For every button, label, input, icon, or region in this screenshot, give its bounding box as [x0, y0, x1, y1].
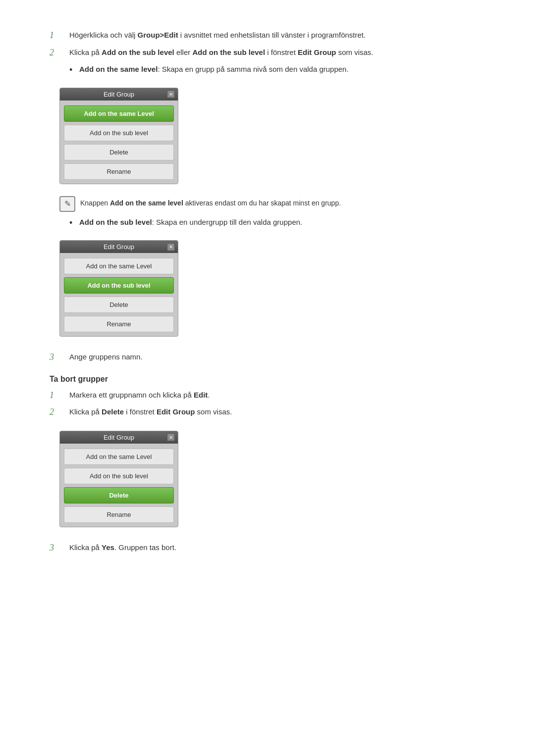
step-number-6: 3 — [50, 542, 69, 553]
dialog-titlebar-2: Edit Group ✕ — [60, 241, 178, 253]
edit-group-dialog-2: Edit Group ✕ Add on the same Level Add o… — [59, 240, 178, 337]
step-item-3: 3 Ange gruppens namn. — [50, 352, 495, 363]
btn-add-same-level-3[interactable]: Add on the same Level — [64, 449, 174, 465]
dialog-close-btn-2[interactable]: ✕ — [167, 243, 175, 251]
step-number-3: 3 — [50, 352, 69, 362]
btn-add-sub-level-1[interactable]: Add on the sub level — [64, 125, 174, 141]
step-text-3: Ange gruppens namn. — [69, 352, 495, 363]
step-text-6: Klicka på Yes. Gruppen tas bort. — [69, 542, 495, 554]
step-item-5: 2 Klicka på Delete i fönstret Edit Group… — [50, 406, 495, 418]
btn-rename-1[interactable]: Rename — [64, 163, 174, 180]
step-text-5: Klicka på Delete i fönstret Edit Group s… — [69, 406, 495, 418]
step-number-1: 1 — [50, 30, 69, 41]
dialog-close-btn-1[interactable]: ✕ — [167, 90, 175, 98]
bullet-text-sub-level: Add on the sub level: Skapa en undergrup… — [79, 217, 302, 228]
steps-group1: 1 Högerklicka och välj Group>Edit i avsn… — [50, 30, 495, 58]
bullet-dot-2: • — [69, 217, 79, 229]
dialog-wrapper-3: Edit Group ✕ Add on the same Level Add o… — [59, 431, 178, 527]
btn-delete-1[interactable]: Delete — [64, 144, 174, 160]
btn-add-same-level-2[interactable]: Add on the same Level — [64, 258, 174, 274]
dialog-titlebar-1: Edit Group ✕ — [60, 88, 178, 101]
btn-delete-3[interactable]: Delete — [64, 487, 174, 504]
section-heading-delete: Ta bort grupper — [50, 375, 495, 384]
btn-rename-2[interactable]: Rename — [64, 316, 174, 332]
dialog-wrapper-1: Edit Group ✕ Add on the same Level Add o… — [59, 88, 178, 184]
step-item-4: 1 Markera ett gruppnamn och klicka på Ed… — [50, 390, 495, 401]
note-text: Knappen Add on the same level aktiveras … — [80, 196, 341, 208]
btn-add-sub-level-3[interactable]: Add on the sub level — [64, 468, 174, 484]
bullet-list-1: • Add on the same level: Skapa en grupp … — [69, 64, 495, 76]
step-item-6: 3 Klicka på Yes. Gruppen tas bort. — [50, 542, 495, 554]
bullet-item-same-level: • Add on the same level: Skapa en grupp … — [69, 64, 495, 76]
btn-add-same-level-1[interactable]: Add on the same Level — [64, 105, 174, 122]
bullet-list-2: • Add on the sub level: Skapa en undergr… — [69, 217, 495, 229]
dialog-title-3: Edit Group — [104, 434, 134, 441]
bullet-text-same-level: Add on the same level: Skapa en grupp på… — [79, 64, 349, 75]
dialog-title-1: Edit Group — [104, 91, 134, 98]
note-icon: ✎ — [59, 196, 75, 212]
btn-add-sub-level-2[interactable]: Add on the sub level — [64, 277, 174, 294]
step-text-2: Klicka på Add on the sub level eller Add… — [69, 47, 495, 58]
step-item-1: 1 Högerklicka och välj Group>Edit i avsn… — [50, 30, 495, 41]
dialog-title-2: Edit Group — [104, 243, 134, 251]
steps-group2-step3: 3 Klicka på Yes. Gruppen tas bort. — [50, 542, 495, 554]
step-number-5: 2 — [50, 406, 69, 417]
btn-delete-2[interactable]: Delete — [64, 297, 174, 313]
edit-group-dialog-1: Edit Group ✕ Add on the same Level Add o… — [59, 88, 178, 184]
step-text-4: Markera ett gruppnamn och klicka på Edit… — [69, 390, 495, 401]
step-item-2: 2 Klicka på Add on the sub level eller A… — [50, 47, 495, 58]
note-row: ✎ Knappen Add on the same level aktivera… — [59, 196, 495, 212]
bullet-dot-1: • — [69, 64, 79, 76]
dialog-wrapper-2: Edit Group ✕ Add on the same Level Add o… — [59, 240, 178, 337]
dialog-close-btn-3[interactable]: ✕ — [167, 433, 175, 441]
step-text-1: Högerklicka och välj Group>Edit i avsnit… — [69, 30, 495, 41]
steps-group2: 1 Markera ett gruppnamn och klicka på Ed… — [50, 390, 495, 418]
step-number-4: 1 — [50, 390, 69, 401]
edit-group-dialog-3: Edit Group ✕ Add on the same Level Add o… — [59, 431, 178, 527]
btn-rename-3[interactable]: Rename — [64, 506, 174, 523]
step-number-2: 2 — [50, 47, 69, 58]
bullet-item-sub-level: • Add on the sub level: Skapa en undergr… — [69, 217, 495, 229]
steps-group1-step3: 3 Ange gruppens namn. — [50, 352, 495, 363]
dialog-titlebar-3: Edit Group ✕ — [60, 431, 178, 444]
